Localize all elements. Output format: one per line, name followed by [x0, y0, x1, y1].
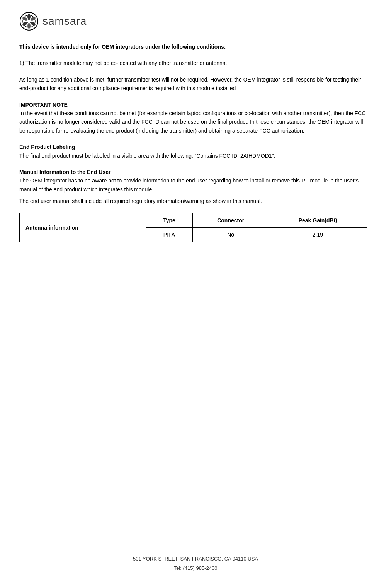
- manual-info-section: Manual Information to the End User The O…: [19, 168, 367, 206]
- paragraph-1-section: As long as 1 condition above is met, fur…: [19, 75, 367, 93]
- svg-point-5: [27, 23, 31, 29]
- paragraph-1-before: As long as 1 condition above is met, fur…: [19, 77, 124, 83]
- intro-title-section: This device is intended only for OEM int…: [19, 43, 367, 51]
- svg-point-2: [27, 14, 31, 19]
- end-product-title: End Product Labeling: [19, 144, 75, 150]
- can-not-be-met: can not be met: [100, 110, 136, 116]
- condition-1-section: 1) The transmitter module may not be co-…: [19, 59, 367, 67]
- footer-line2: Tel: (415) 985-2400: [0, 564, 391, 573]
- important-note-section: IMPORTANT NOTE In the event that these c…: [19, 101, 367, 135]
- end-product-title-wrapper: End Product Labeling: [19, 143, 367, 151]
- svg-point-8: [27, 19, 31, 23]
- main-content: This device is intended only for OEM int…: [19, 43, 367, 242]
- important-note-title: IMPORTANT NOTE: [19, 101, 367, 109]
- manual-info-body-2: The end user manual shall include all re…: [19, 197, 367, 205]
- end-product-section: End Product Labeling The final end produ…: [19, 143, 367, 160]
- data-connector: No: [193, 228, 269, 242]
- manual-info-body-1: The OEM integrator has to be aware not t…: [19, 176, 367, 194]
- antenna-row-label: Antenna information: [20, 213, 146, 242]
- data-peak-gain: 2.19: [269, 228, 367, 242]
- logo-text: samsara: [42, 15, 87, 27]
- can-not: can not: [161, 119, 179, 125]
- col-type-header: Type: [146, 213, 193, 228]
- data-type: PIFA: [146, 228, 193, 242]
- important-note-title-text: IMPORTANT NOTE: [19, 102, 68, 108]
- important-note-body-1: In the event that these conditions: [19, 110, 100, 116]
- header: samsara: [19, 12, 372, 31]
- samsara-logo-icon: [19, 12, 39, 31]
- important-note-body: In the event that these conditions can n…: [19, 109, 367, 135]
- logo-container: samsara: [19, 12, 87, 31]
- footer: 501 YORK STREET, SAN FRANCISCO, CA 94110…: [0, 554, 391, 573]
- end-product-body: The final end product must be labeled in…: [19, 152, 367, 160]
- manual-info-title: Manual Information to the End User: [19, 169, 110, 175]
- transmitter-underline: transmitter: [124, 77, 150, 83]
- condition-1-text: 1) The transmitter module may not be co-…: [19, 60, 227, 66]
- antenna-table: Antenna information Type Connector Peak …: [19, 213, 367, 242]
- col-connector-header: Connector: [193, 213, 269, 228]
- intro-title: This device is intended only for OEM int…: [19, 44, 226, 50]
- manual-info-title-wrapper: Manual Information to the End User: [19, 168, 367, 176]
- col-peak-gain-header: Peak Gain(dBi): [269, 213, 367, 228]
- footer-line1: 501 YORK STREET, SAN FRANCISCO, CA 94110…: [0, 554, 391, 563]
